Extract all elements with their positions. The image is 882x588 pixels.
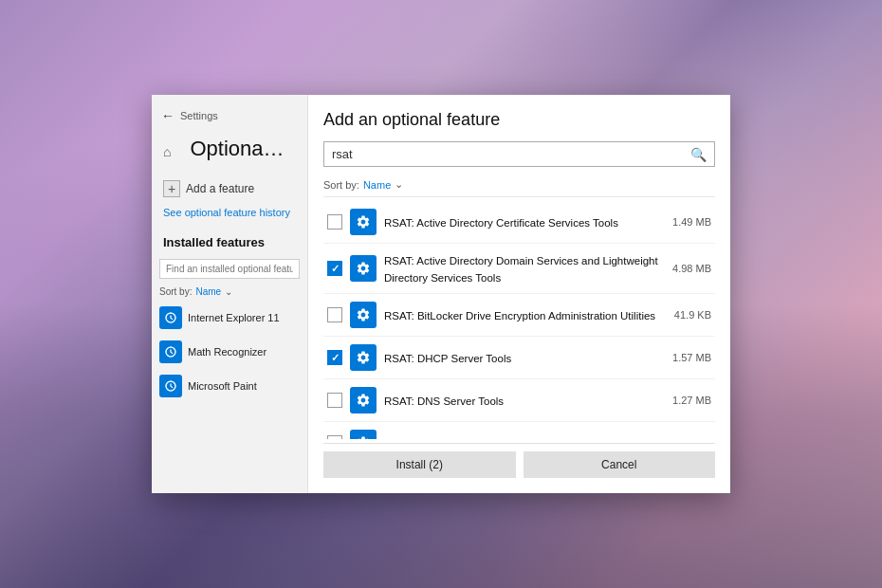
feature-info: RSAT: DHCP Server Tools xyxy=(384,349,665,366)
feature-size: 4.98 MB xyxy=(672,263,711,274)
installed-item-label: Internet Explorer 11 xyxy=(188,312,280,323)
feature-checkbox-5[interactable] xyxy=(327,435,342,439)
feature-row: RSAT: DHCP Server Tools 1.57 MB xyxy=(323,337,715,379)
feature-row-icon xyxy=(350,302,377,328)
settings-window: ← Settings ⌂ Optional featu + Add a feat… xyxy=(152,95,730,493)
feature-size: 41.9 KB xyxy=(674,309,711,321)
left-panel: ← Settings ⌂ Optional featu + Add a feat… xyxy=(152,95,308,493)
page-title: Optional featu xyxy=(178,133,296,171)
sort-chevron-left: ⌄ xyxy=(225,286,232,297)
installed-item[interactable]: Math Recognizer xyxy=(152,335,307,369)
feature-row-icon xyxy=(350,255,377,282)
feature-size: 1.27 MB xyxy=(672,395,711,406)
feature-history-link[interactable]: See optional feature history xyxy=(152,203,307,228)
add-feature-label: Add a feature xyxy=(186,182,254,195)
feature-checkbox-2[interactable] xyxy=(327,307,342,322)
feature-row-icon xyxy=(350,430,377,439)
settings-label: Settings xyxy=(180,110,218,121)
search-row: 🔍 xyxy=(323,141,715,167)
feature-icon xyxy=(159,340,182,363)
home-row: ⌂ Optional featu xyxy=(152,129,307,175)
feature-name: RSAT: DNS Server Tools xyxy=(384,395,504,407)
feature-checkbox-1[interactable] xyxy=(327,261,342,276)
search-button[interactable]: 🔍 xyxy=(683,143,714,166)
feature-name: RSAT: DHCP Server Tools xyxy=(384,353,511,364)
feature-name: RSAT: Active Directory Certificate Servi… xyxy=(384,217,618,229)
sort-chevron: ⌄ xyxy=(395,178,403,191)
installed-item[interactable]: Microsoft Paint xyxy=(152,369,307,403)
feature-info: RSAT: DNS Server Tools xyxy=(384,392,665,409)
feature-name: RSAT: Active Directory Domain Services a… xyxy=(384,255,658,284)
feature-icon xyxy=(159,306,182,329)
feature-checkbox-4[interactable] xyxy=(327,393,342,408)
search-input[interactable] xyxy=(324,142,683,166)
feature-row: RSAT: Active Directory Certificate Servi… xyxy=(323,201,715,244)
cancel-button[interactable]: Cancel xyxy=(524,451,716,478)
installed-item[interactable]: Internet Explorer 11 xyxy=(152,301,307,335)
feature-checkbox-0[interactable] xyxy=(327,214,342,230)
feature-info: RSAT: Active Directory Certificate Servi… xyxy=(384,213,665,230)
feature-info: RSAT: Active Directory Domain Services a… xyxy=(384,251,665,285)
feature-checkbox-3[interactable] xyxy=(327,350,342,365)
feature-row-icon xyxy=(350,344,377,371)
feature-size: 1.57 MB xyxy=(672,352,711,363)
feature-size: 22.8 KB xyxy=(674,437,711,439)
installed-item-label: Math Recognizer xyxy=(188,346,266,358)
back-bar: ← Settings xyxy=(152,102,307,129)
sort-value-left[interactable]: Name xyxy=(195,286,221,297)
sort-label-left: Sort by: xyxy=(159,286,192,297)
dialog-footer: Install (2) Cancel xyxy=(323,443,715,478)
plus-icon: + xyxy=(163,180,180,197)
search-installed-input[interactable] xyxy=(159,259,300,279)
sort-bar: Sort by: Name ⌄ xyxy=(323,175,715,197)
add-feature-button[interactable]: + Add a feature xyxy=(152,175,307,203)
feature-row-icon xyxy=(350,209,377,235)
feature-icon xyxy=(159,375,182,397)
feature-row: RSAT: DNS Server Tools 1.27 MB xyxy=(323,379,715,422)
back-button[interactable]: ← xyxy=(161,108,175,123)
feature-size: 1.49 MB xyxy=(672,216,711,228)
installed-item-label: Microsoft Paint xyxy=(188,380,257,392)
feature-name: RSAT: Data Center Bridging LLDP Tools xyxy=(384,438,578,439)
feature-row-icon xyxy=(350,387,377,413)
feature-info: RSAT: BitLocker Drive Encryption Adminis… xyxy=(384,306,667,323)
dialog-title: Add an optional feature xyxy=(323,110,715,130)
feature-name: RSAT: BitLocker Drive Encryption Adminis… xyxy=(384,310,655,322)
dialog-panel: Add an optional feature 🔍 Sort by: Name … xyxy=(308,95,730,493)
sort-bar-left: Sort by: Name ⌄ xyxy=(152,283,307,301)
feature-row: RSAT: Data Center Bridging LLDP Tools 22… xyxy=(323,422,715,439)
install-button[interactable]: Install (2) xyxy=(323,451,516,478)
features-list: RSAT: Active Directory Certificate Servi… xyxy=(323,201,715,439)
installed-features-title: Installed features xyxy=(152,228,307,255)
home-icon: ⌂ xyxy=(163,144,171,159)
sort-label: Sort by: xyxy=(323,179,359,191)
feature-row: RSAT: Active Directory Domain Services a… xyxy=(323,244,715,294)
installed-list: Internet Explorer 11 Math Recognizer Mic… xyxy=(152,301,307,493)
feature-info: RSAT: Data Center Bridging LLDP Tools xyxy=(384,434,667,439)
sort-value[interactable]: Name xyxy=(363,179,391,191)
feature-row: RSAT: BitLocker Drive Encryption Adminis… xyxy=(323,294,715,337)
